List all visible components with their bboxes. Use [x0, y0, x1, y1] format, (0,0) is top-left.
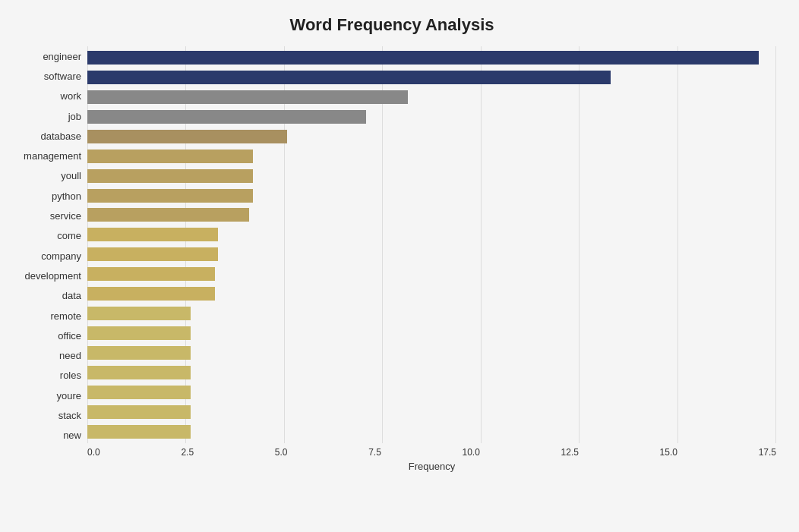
bar-row	[87, 384, 776, 401]
bar	[87, 169, 253, 183]
bar	[87, 228, 218, 241]
y-label: youre	[8, 391, 81, 401]
bar-row	[87, 404, 776, 420]
bar	[87, 189, 253, 203]
bar	[87, 71, 611, 84]
x-tick-label: 0.0	[87, 447, 100, 458]
bar-row	[87, 345, 776, 361]
plot-area	[87, 46, 776, 443]
y-label: job	[8, 112, 81, 121]
x-tick-label: 17.5	[759, 447, 776, 458]
y-label: company	[8, 251, 81, 261]
bar	[87, 326, 191, 340]
chart-container: Word Frequency Analysis engineersoftware…	[0, 0, 799, 532]
y-label: python	[8, 191, 81, 201]
y-label: development	[8, 271, 81, 281]
y-label: software	[8, 71, 81, 81]
x-tick-label: 2.5	[181, 447, 194, 458]
bar	[87, 267, 215, 281]
bar-row	[87, 168, 776, 184]
bar	[87, 130, 287, 143]
x-tick-label: 12.5	[561, 447, 579, 458]
y-label: new	[8, 430, 81, 440]
x-tick-label: 5.0	[275, 447, 288, 458]
bar-row	[87, 246, 776, 263]
bar-row	[87, 69, 776, 86]
y-label: office	[8, 331, 81, 341]
chart-title: Word Frequency Analysis	[8, 15, 776, 35]
bar	[87, 386, 191, 399]
y-label: service	[8, 211, 81, 221]
bar	[87, 307, 191, 320]
y-label: engineer	[8, 52, 81, 61]
y-label: come	[8, 231, 81, 241]
x-tick-label: 7.5	[368, 447, 381, 458]
bar	[87, 287, 215, 301]
bar-row	[87, 49, 776, 66]
y-label: need	[8, 351, 81, 360]
x-axis-title: Frequency	[87, 461, 776, 472]
y-label: management	[8, 151, 81, 161]
bar-row	[87, 305, 776, 322]
bars-wrapper	[87, 46, 776, 443]
bar	[87, 405, 191, 419]
bar-row	[87, 285, 776, 302]
bar	[87, 425, 191, 439]
bar	[87, 110, 366, 124]
x-tick-label: 15.0	[660, 447, 677, 458]
bar-row	[87, 89, 776, 105]
bar-row	[87, 206, 776, 223]
x-axis-labels: 0.02.55.07.510.012.515.017.5	[87, 447, 776, 458]
bar-row	[87, 109, 776, 125]
chart-area: engineersoftwareworkjobdatabasemanagemen…	[8, 46, 776, 472]
y-label: database	[8, 131, 81, 141]
bar	[87, 51, 759, 65]
bar-row	[87, 226, 776, 243]
y-label: youll	[8, 171, 81, 181]
bar-row	[87, 266, 776, 282]
x-tick-label: 10.0	[463, 447, 480, 458]
bar-row	[87, 325, 776, 342]
bar-row	[87, 148, 776, 165]
bar-row	[87, 423, 776, 440]
bar	[87, 90, 408, 104]
bar	[87, 366, 191, 379]
bar	[87, 150, 253, 163]
bar	[87, 247, 218, 261]
bar	[87, 208, 249, 222]
y-label: remote	[8, 311, 81, 321]
y-label: data	[8, 291, 81, 301]
bar	[87, 346, 191, 360]
y-label: roles	[8, 370, 81, 380]
bar-row	[87, 128, 776, 145]
bar-row	[87, 187, 776, 204]
y-label: work	[8, 91, 81, 101]
y-labels: engineersoftwareworkjobdatabasemanagemen…	[8, 46, 87, 445]
bar-row	[87, 364, 776, 381]
y-label: stack	[8, 411, 81, 420]
